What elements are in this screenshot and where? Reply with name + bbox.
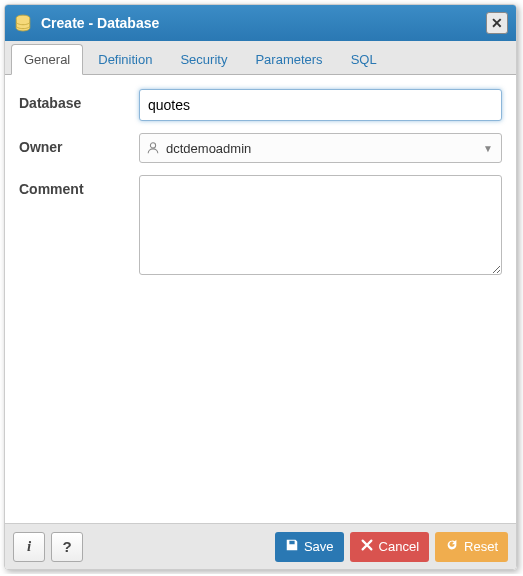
help-icon: ? [62, 538, 71, 555]
reset-icon [445, 538, 459, 555]
info-icon: i [27, 538, 31, 555]
owner-value: dctdemoadmin [166, 141, 251, 156]
save-label: Save [304, 539, 334, 554]
tab-content-general: Database Owner dctdemoadmin ▼ Comment [5, 75, 516, 523]
row-owner: Owner dctdemoadmin ▼ [19, 133, 502, 163]
row-database: Database [19, 89, 502, 121]
chevron-down-icon: ▼ [483, 143, 493, 154]
tab-definition[interactable]: Definition [85, 44, 165, 74]
info-button[interactable]: i [13, 532, 45, 562]
create-database-dialog: Create - Database ✕ General Definition S… [4, 4, 517, 570]
cancel-label: Cancel [379, 539, 419, 554]
svg-point-1 [150, 143, 155, 148]
tab-parameters[interactable]: Parameters [242, 44, 335, 74]
user-icon [146, 141, 160, 155]
database-label: Database [19, 89, 139, 121]
cancel-icon [360, 538, 374, 555]
tab-security[interactable]: Security [167, 44, 240, 74]
comment-label: Comment [19, 175, 139, 278]
comment-textarea[interactable] [139, 175, 502, 275]
help-button[interactable]: ? [51, 532, 83, 562]
cancel-button[interactable]: Cancel [350, 532, 429, 562]
database-input[interactable] [139, 89, 502, 121]
row-comment: Comment [19, 175, 502, 278]
dialog-footer: i ? Save Cancel [5, 523, 516, 569]
dialog-title: Create - Database [41, 15, 486, 31]
tab-general[interactable]: General [11, 44, 83, 75]
titlebar: Create - Database ✕ [5, 5, 516, 41]
close-button[interactable]: ✕ [486, 12, 508, 34]
tab-bar: General Definition Security Parameters S… [5, 41, 516, 75]
tab-sql[interactable]: SQL [338, 44, 390, 74]
owner-label: Owner [19, 133, 139, 163]
owner-select[interactable]: dctdemoadmin ▼ [139, 133, 502, 163]
save-button[interactable]: Save [275, 532, 344, 562]
reset-label: Reset [464, 539, 498, 554]
database-icon [13, 13, 33, 33]
close-icon: ✕ [491, 15, 503, 31]
reset-button[interactable]: Reset [435, 532, 508, 562]
save-icon [285, 538, 299, 555]
